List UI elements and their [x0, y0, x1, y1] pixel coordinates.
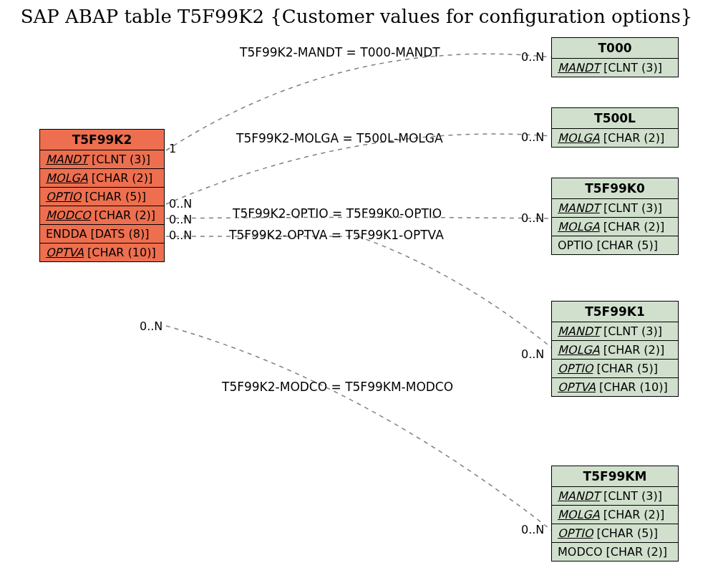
page-title: SAP ABAP table T5F99K2 {Customer values …: [0, 6, 713, 27]
entity-main-field: OPTVA [CHAR (10)]: [40, 244, 164, 261]
entity-header: T500L: [552, 108, 678, 129]
entity-header: T5F99K0: [552, 178, 678, 199]
card-right-0: 0..N: [521, 50, 544, 64]
card-left-4: 0..N: [140, 319, 163, 333]
entity-field: MOLGA [CHAR (2)]: [552, 218, 678, 236]
entity-field: MANDT [CLNT (3)]: [552, 487, 678, 506]
card-left-1: 0..N: [169, 197, 192, 211]
entity-main-field: MODCO [CHAR (2)]: [40, 206, 164, 225]
entity-field: OPTIO [CHAR (5)]: [552, 360, 678, 378]
entity-header: T5F99KM: [552, 466, 678, 487]
card-left-3: 0..N: [169, 228, 192, 242]
entity-field: MOLGA [CHAR (2)]: [552, 129, 678, 147]
entity-field: MOLGA [CHAR (2)]: [552, 341, 678, 360]
entity-field: MOLGA [CHAR (2)]: [552, 506, 678, 524]
relation-label-3: T5F99K2-OPTVA = T5F99K1-OPTVA: [229, 228, 444, 242]
entity-header: T000: [552, 38, 678, 59]
entity-t5f99k0: T5F99K0MANDT [CLNT (3)]MOLGA [CHAR (2)]O…: [551, 178, 679, 255]
relation-label-4: T5F99K2-MODCO = T5F99KM-MODCO: [222, 380, 453, 394]
entity-t500l: T500LMOLGA [CHAR (2)]: [551, 107, 679, 148]
entity-main: T5F99K2 MANDT [CLNT (3)]MOLGA [CHAR (2)]…: [39, 129, 165, 262]
entity-main-field: ENDDA [DATS (8)]: [40, 225, 164, 244]
card-right-extra: 0..N: [521, 347, 544, 361]
entity-field: MANDT [CLNT (3)]: [552, 199, 678, 218]
relation-label-2: T5F99K2-OPTIO = T5F99K0-OPTIO: [233, 206, 442, 221]
card-right-4: 0..N: [521, 523, 544, 536]
entity-field: MANDT [CLNT (3)]: [552, 59, 678, 77]
card-right-1: 0..N: [521, 130, 544, 144]
entity-t5f99k1: T5F99K1MANDT [CLNT (3)]MOLGA [CHAR (2)]O…: [551, 301, 679, 397]
entity-t000: T000MANDT [CLNT (3)]: [551, 37, 679, 77]
entity-field: OPTIO [CHAR (5)]: [552, 236, 678, 254]
relation-label-0: T5F99K2-MANDT = T000-MANDT: [240, 45, 440, 59]
entity-header: T5F99K1: [552, 302, 678, 322]
entity-main-field: MANDT [CLNT (3)]: [40, 150, 164, 169]
entity-field: MANDT [CLNT (3)]: [552, 322, 678, 341]
card-right-2: 0..N: [521, 211, 544, 225]
card-left-0: 1: [169, 142, 176, 155]
card-left-2: 0..N: [169, 213, 192, 226]
entity-main-header: T5F99K2: [40, 130, 164, 150]
entity-field: OPTIO [CHAR (5)]: [552, 524, 678, 543]
entity-t5f99km: T5F99KMMANDT [CLNT (3)]MOLGA [CHAR (2)]O…: [551, 466, 679, 562]
relation-label-1: T5F99K2-MOLGA = T500L-MOLGA: [236, 131, 443, 145]
entity-main-field: MOLGA [CHAR (2)]: [40, 169, 164, 188]
entity-main-field: OPTIO [CHAR (5)]: [40, 188, 164, 206]
entity-field: MODCO [CHAR (2)]: [552, 543, 678, 561]
entity-field: OPTVA [CHAR (10)]: [552, 378, 678, 396]
